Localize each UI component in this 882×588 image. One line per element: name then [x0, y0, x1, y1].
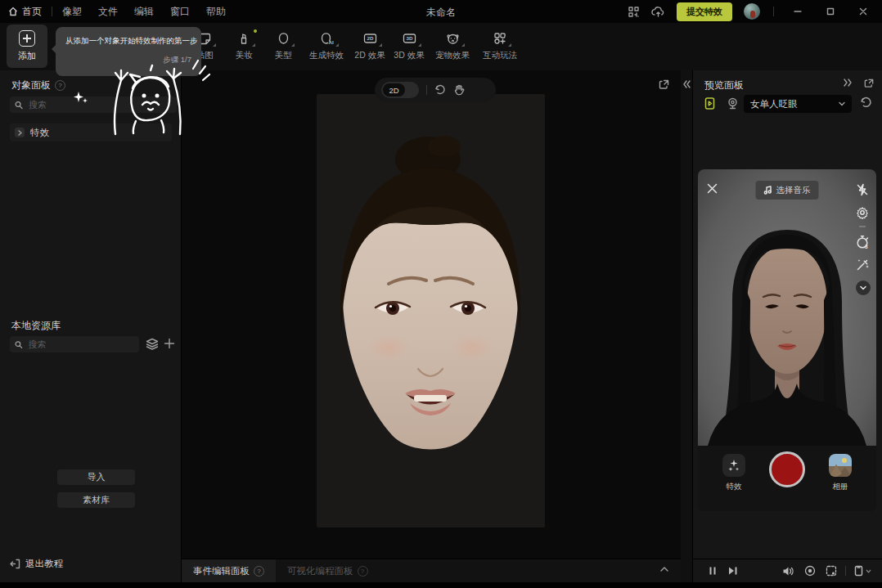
ai-generate-icon: AI [320, 32, 334, 45]
camera-source-icon[interactable] [726, 97, 740, 110]
add-object-button[interactable]: 添加 [7, 25, 47, 68]
preview-preset-dropdown[interactable]: 女单人眨眼 [744, 95, 852, 113]
bottom-panel-tabs: 事件编辑面板 可视化编程面板 [182, 559, 681, 582]
sparkles-icon [727, 459, 740, 472]
toolbar-item-label: 2D 效果 [354, 50, 385, 61]
tab-label: 事件编辑面板 [193, 565, 250, 577]
ai-icon-text: AI [328, 39, 333, 45]
toolbar-item-label: 互动玩法 [483, 50, 517, 61]
submit-effect-button[interactable]: 提交特效 [677, 2, 732, 21]
local-library-header: 本地资源库 [11, 319, 61, 333]
help-icon[interactable] [55, 80, 65, 91]
album-button[interactable] [829, 454, 852, 477]
video-source-icon[interactable] [703, 97, 717, 110]
interactive-play-icon [493, 32, 506, 45]
toolbar-item-3d-effect[interactable]: 3D 3D 效果 [389, 26, 429, 61]
toolbar-items: 贴图 美妆 美型 AI 生成特效 2D 2D 效果 3D 3D 效果 [185, 26, 524, 61]
chevron-down-icon [839, 101, 845, 106]
chevron-down-icon [866, 569, 871, 573]
tab-label: 可视化编程面板 [287, 565, 353, 577]
object-search-input[interactable] [27, 99, 172, 110]
menu-bar: 像塑 文件 编辑 窗口 帮助 [62, 5, 226, 19]
close-icon[interactable] [706, 182, 718, 195]
chevron-up-icon[interactable] [659, 564, 669, 574]
import-button[interactable]: 导入 [57, 469, 135, 485]
scene-canvas[interactable] [317, 94, 545, 527]
toolbar-item-makeup[interactable]: 美妆 [224, 26, 263, 61]
toolbar-item-label: 生成特效 [309, 50, 344, 61]
preview-transport-bar [693, 559, 882, 582]
titlebar-actions: 提交特效 [628, 0, 882, 23]
user-avatar[interactable] [744, 3, 760, 20]
home-button[interactable]: 首页 [8, 5, 42, 19]
library-search[interactable] [10, 336, 139, 352]
toolbar-item-pet-effect[interactable]: 宠物效果 [429, 26, 476, 61]
preview-panel-title: 预览面板 [704, 79, 744, 92]
beautify-wand-icon[interactable] [856, 258, 870, 272]
editor-workspace: 2D 事件编辑面板 可视化编程面板 [182, 70, 681, 582]
pause-icon[interactable] [708, 566, 718, 576]
home-label: 首页 [22, 5, 42, 19]
record-dot-icon[interactable] [804, 565, 816, 577]
chevrons-left-icon [683, 80, 691, 88]
tab-event-editor[interactable]: 事件编辑面板 [182, 559, 276, 582]
mode-toggle[interactable]: 2D [381, 82, 419, 98]
close-button[interactable] [853, 0, 874, 23]
tab-visual-programming[interactable]: 可视化编程面板 [276, 559, 380, 582]
timer-icon[interactable]: 3 [856, 235, 870, 249]
maximize-button[interactable] [820, 0, 841, 23]
layers-icon[interactable] [146, 338, 159, 350]
new-badge [254, 29, 257, 33]
popout-icon[interactable] [658, 79, 670, 91]
chevron-down-icon[interactable] [856, 281, 871, 295]
device-selector[interactable] [854, 565, 871, 577]
select-music-button[interactable]: 选择音乐 [756, 181, 819, 200]
help-icon[interactable] [358, 566, 368, 577]
add-plus-icon [19, 30, 35, 47]
menu-item[interactable]: 窗口 [170, 5, 190, 19]
object-panel-header: 对象面板 [11, 79, 65, 92]
menu-item[interactable]: 帮助 [206, 5, 226, 19]
3d-icon-text: 3D [406, 35, 412, 41]
undo-reset-icon[interactable] [434, 84, 446, 96]
toolbar-item-face-shape[interactable]: 美型 [263, 26, 303, 61]
popout-icon[interactable] [863, 78, 875, 89]
face-model [317, 94, 545, 527]
effect-2d-icon: 2D [363, 33, 377, 44]
next-frame-icon[interactable] [727, 566, 738, 576]
volume-icon[interactable] [782, 566, 794, 577]
expand-arrow-icon[interactable] [15, 128, 25, 137]
chevrons-right-icon[interactable] [844, 79, 853, 87]
help-icon[interactable] [254, 566, 264, 577]
material-library-button[interactable]: 素材库 [57, 492, 135, 508]
toolbar-item-interactive[interactable]: 互动玩法 [476, 26, 524, 61]
cloud-upload-icon[interactable] [651, 6, 665, 18]
screenshot-icon[interactable] [826, 565, 837, 577]
toolbar-item-label: 美型 [275, 50, 292, 61]
exit-door-icon [10, 559, 20, 569]
object-tree-item-effect[interactable]: 特效 [10, 123, 172, 141]
flash-off-icon[interactable] [856, 183, 869, 196]
settings-gear-icon[interactable] [856, 206, 869, 219]
effects-button[interactable] [722, 454, 745, 477]
exit-tutorial-button[interactable]: 退出教程 [10, 558, 63, 570]
library-search-input[interactable] [27, 339, 134, 350]
menu-item[interactable]: 像塑 [62, 5, 82, 19]
home-icon [8, 7, 18, 16]
search-icon [15, 340, 23, 349]
camera-feed [698, 169, 876, 446]
toolbar-item-ai-generate[interactable]: AI 生成特效 [303, 26, 350, 61]
toolbar-item-2d-effect[interactable]: 2D 2D 效果 [350, 26, 389, 61]
record-button[interactable] [769, 451, 805, 487]
add-plus-icon[interactable] [164, 338, 175, 349]
menu-item[interactable]: 文件 [98, 5, 118, 19]
menu-item[interactable]: 编辑 [134, 5, 154, 19]
pan-hand-icon[interactable] [453, 84, 465, 96]
preview-collapse-strip[interactable] [681, 70, 692, 582]
qr-grid-icon[interactable] [628, 6, 640, 18]
minimize-button[interactable] [787, 0, 808, 23]
window-bottom-edge [0, 582, 882, 588]
object-search[interactable] [10, 97, 177, 113]
reset-icon[interactable] [860, 97, 872, 109]
effect-item-label: 特效 [30, 127, 49, 139]
